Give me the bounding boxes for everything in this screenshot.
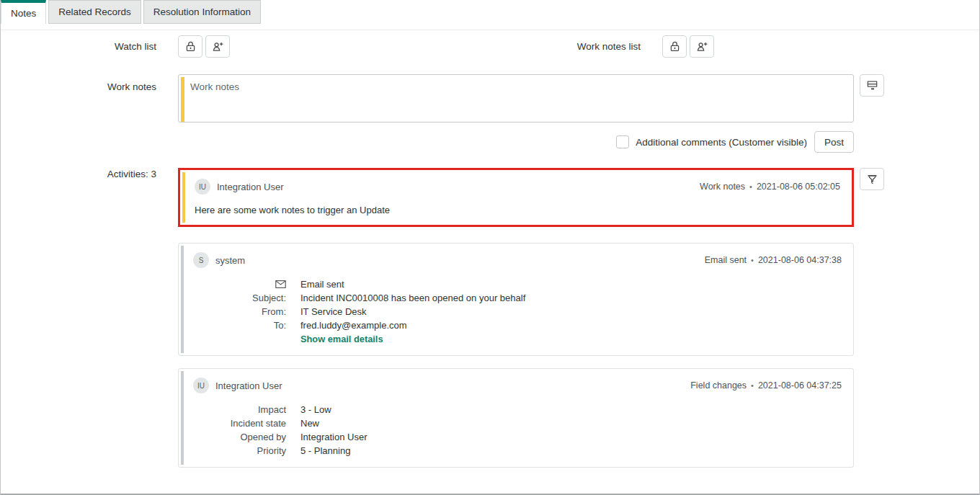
work-notes-field-wrap — [178, 74, 854, 125]
activity-stripe — [181, 246, 184, 353]
activity-author: Integration User — [215, 380, 282, 391]
activity-entry-work-notes: IU Integration User Work notes • 2021-08… — [180, 170, 852, 225]
meta-bullet: • — [749, 182, 752, 191]
add-user-icon — [696, 40, 708, 53]
email-from-label: From: — [193, 305, 286, 318]
watch-list-lock-button[interactable] — [178, 35, 202, 58]
email-to-label: To: — [193, 318, 286, 332]
avatar: IU — [195, 179, 210, 195]
field-change-row: Opened by Integration User — [193, 430, 842, 444]
work-notes-input[interactable] — [178, 74, 854, 122]
activity-stripe — [181, 371, 184, 465]
email-status: Email sent — [300, 277, 344, 291]
work-notes-stripe — [182, 172, 185, 223]
work-notes-label: Work notes — [1, 74, 156, 92]
avatar: S — [193, 252, 209, 268]
tab-bar: Notes Related Records Resolution Informa… — [1, 0, 979, 24]
field-value: Integration User — [300, 430, 368, 444]
field-value: 5 - Planning — [300, 444, 350, 458]
post-row: Additional comments (Customer visible) P… — [1, 131, 979, 153]
email-row: Email sent — [193, 277, 842, 291]
activity-author: Integration User — [217, 182, 284, 192]
field-change-row: Priority 5 - Planning — [193, 444, 842, 458]
work-notes-row: Work notes — [1, 74, 979, 125]
list-fields-row: Watch list Work notes list — [1, 35, 979, 58]
section-divider — [1, 30, 979, 30]
work-note-text: Here are some work notes to trigger an U… — [195, 205, 840, 215]
lock-icon — [184, 40, 197, 53]
activity-timestamp: 2021-08-06 04:37:38 — [758, 255, 842, 265]
additional-comments-checkbox[interactable] — [616, 135, 629, 148]
show-email-details-link[interactable]: Show email details — [300, 332, 383, 346]
watch-list-buttons — [178, 35, 230, 58]
work-notes-list-label: Work notes list — [577, 41, 641, 52]
activity-meta: Work notes • 2021-08-06 05:02:05 — [700, 182, 840, 192]
activity-stream-icon — [866, 79, 878, 92]
activity-type: Field changes — [690, 380, 747, 391]
work-notes-list-add-user-button[interactable] — [690, 35, 714, 58]
activity-timestamp: 2021-08-06 04:37:25 — [758, 380, 842, 391]
activity-type: Work notes — [700, 182, 745, 192]
tab-resolution-information[interactable]: Resolution Information — [143, 0, 261, 24]
email-row: To: fred.luddy@example.com — [193, 318, 842, 332]
field-label: Impact — [193, 403, 286, 416]
watch-list-add-user-button[interactable] — [205, 35, 230, 58]
highlight-border: IU Integration User Work notes • 2021-08… — [178, 168, 854, 227]
work-notes-list-lock-button[interactable] — [662, 35, 687, 58]
email-row: From: IT Service Desk — [193, 305, 842, 318]
post-button[interactable]: Post — [814, 131, 854, 153]
field-label: Incident state — [193, 416, 286, 430]
field-value: 3 - Low — [300, 403, 331, 416]
envelope-icon — [193, 277, 286, 291]
activity-author: system — [215, 255, 245, 266]
tab-notes[interactable]: Notes — [1, 0, 46, 24]
activities-row: Activities: 3 IU Integration User Work n… — [1, 168, 979, 468]
activity-entry-email-sent: S system Email sent • 2021-08-06 04:37:3… — [178, 243, 854, 356]
field-value: New — [300, 416, 319, 430]
activities-count-label: Activities: 3 — [1, 168, 156, 179]
tab-related-records[interactable]: Related Records — [48, 0, 141, 24]
meta-bullet: • — [751, 381, 754, 390]
activity-meta: Field changes • 2021-08-06 04:37:25 — [690, 380, 842, 391]
email-from-value: IT Service Desk — [300, 305, 367, 318]
filter-funnel-icon — [866, 173, 878, 185]
activity-stream-toggle-button[interactable] — [860, 74, 884, 97]
activity-timestamp: 2021-08-06 05:02:05 — [757, 182, 840, 192]
activity-meta: Email sent • 2021-08-06 04:37:38 — [705, 255, 842, 265]
email-row: Show email details — [193, 332, 842, 346]
email-row: Subject: Incident INC0010008 has been op… — [193, 291, 842, 305]
email-subject-value: Incident INC0010008 has been opened on y… — [300, 291, 525, 305]
field-label: Opened by — [193, 430, 286, 444]
add-user-icon — [212, 40, 224, 53]
field-label: Priority — [193, 444, 286, 458]
field-change-row: Incident state New — [193, 416, 842, 430]
lock-icon — [669, 40, 681, 53]
activity-entry-field-changes: IU Integration User Field changes • 2021… — [178, 368, 854, 468]
meta-bullet: • — [751, 256, 754, 264]
email-to-value: fred.luddy@example.com — [300, 318, 407, 332]
work-notes-list-buttons — [662, 35, 714, 58]
additional-comments-label: Additional comments (Customer visible) — [636, 137, 807, 148]
watch-list-label: Watch list — [1, 41, 156, 52]
field-change-row: Impact 3 - Low — [193, 403, 842, 416]
email-details: Email sent Subject: Incident INC0010008 … — [193, 277, 842, 346]
activity-type: Email sent — [705, 255, 747, 265]
field-changes: Impact 3 - Low Incident state New Opened… — [193, 403, 842, 458]
email-subject-label: Subject: — [193, 291, 286, 305]
activity-filter-button[interactable] — [860, 168, 884, 190]
avatar: IU — [193, 378, 209, 393]
